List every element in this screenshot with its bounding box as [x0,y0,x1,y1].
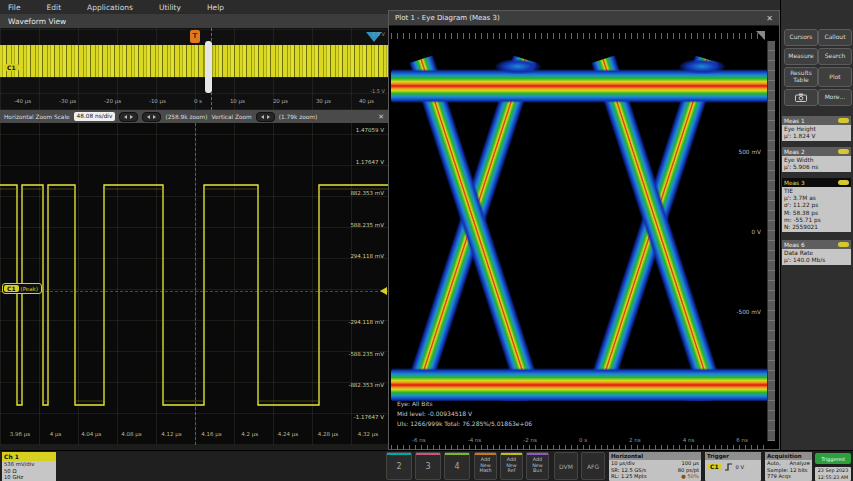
ch2-color-stripe [387,453,411,455]
eye-window-titlebar[interactable]: Plot 1 - Eye Diagram (Meas 3) ✕ [389,11,779,26]
overview-channel-badge[interactable]: C1 [4,64,19,71]
meas6-header[interactable]: Meas 6 [782,240,851,249]
screenshot-button[interactable] [784,89,818,106]
axis-label: 4 μs [50,431,62,440]
afg-button[interactable]: AFG [581,452,605,480]
meas1-badge[interactable]: Meas 1 Eye Height μ': 1.824 V [782,116,851,141]
meas-title: Eye Height [784,126,849,133]
axis-label: -20 μs [104,98,121,107]
channel1-badge[interactable]: Ch 1 536 mV/div 50 Ω 10 GHz [2,452,56,481]
axis-label: -30 μs [59,98,76,107]
plot-button[interactable]: Plot [818,67,852,87]
trigger-panel[interactable]: Trigger C1 0 V [705,452,761,481]
menu-file[interactable]: File [8,3,21,12]
results-table-button[interactable]: Results Table [784,67,818,87]
eye-top-ruler [391,33,769,39]
eye-diagram-plot[interactable] [391,41,769,401]
y-axis-label: -882.353 mV [348,382,384,388]
ch4-color-stripe [445,453,469,455]
v-zoom-factor: (1.79k zoom) [279,114,317,120]
add-new-math-button[interactable]: Add New Math [474,452,497,480]
eye-right-ruler[interactable] [767,41,775,441]
zoom-scale-bar: Horizontal Zoom Scale 48.08 ns/div (258.… [0,110,388,123]
eye-y-axis-label: 0 V [752,229,762,235]
channel2-button[interactable]: 2 [386,452,412,480]
dvm-label: DVM [559,463,573,470]
zoom-close-button[interactable]: ✕ [378,113,384,121]
acquisition-panel[interactable]: Acquisition Auto, Analyze Sample: 12 bit… [765,452,812,481]
eye-y-axis-label: 500 mV [738,149,761,155]
zoomed-waveform-view[interactable]: C1 (Peak) 1.47059 V 1.17647 V 882.353 mV… [0,123,388,445]
menu-edit[interactable]: Edit [47,3,62,12]
y-axis-label: -588.235 mV [348,351,384,357]
waveform-view-header: Waveform View [0,14,396,29]
meas2-badge[interactable]: Meas 2 Eye Width μ': 5.906 ns [782,147,851,172]
axis-label: -4 ns [468,437,482,443]
v-zoom-step-buttons[interactable] [256,112,275,122]
meas-value: m: -55.71 ps [784,217,849,224]
meas2-header[interactable]: Meas 2 [782,147,851,156]
more-button[interactable]: More... [818,89,852,106]
meas-value: μ': 3.7M as [784,195,849,202]
meas3-badge[interactable]: Meas 3 TIE μ': 3.7M as σ': 11.22 ps M: 5… [782,178,851,232]
eye-bottom-rail [391,368,769,401]
horizontal-panel[interactable]: Horizontal 10 μs/div SR: 12.5 GS/s RL: 1… [609,452,701,481]
menu-applications[interactable]: Applications [87,3,133,12]
axis-label: 4.12 μs [161,431,181,440]
meas-value: σ': 11.22 ps [784,202,849,209]
h-window: 100 μs [678,460,699,467]
overview-waveform-trace [0,45,388,77]
eye-rail-bump [679,59,725,74]
measure-button[interactable]: Measure [784,48,818,65]
h-zoom-reset-button[interactable] [142,112,161,122]
h-zoom-scale-input[interactable]: 48.08 ns/div [74,112,116,121]
close-icon[interactable]: ✕ [766,14,773,23]
axis-label: -40 μs [14,98,31,107]
channel3-button[interactable]: 3 [415,452,441,480]
trigger-marker-icon[interactable]: T [190,30,200,43]
axis-label: 20 μs [273,98,288,107]
trigger-title: Trigger [705,452,761,460]
h-zoom-factor: (258.9k zoom) [165,114,207,120]
meas-name: Meas 1 [784,118,805,124]
eye-rail-bump [495,59,541,74]
h-resolution: 80 ps/pt [678,467,699,474]
meas1-header[interactable]: Meas 1 [782,116,851,125]
search-button[interactable]: Search [818,48,852,65]
axis-label: 6 ns [736,437,748,443]
resize-handle-icon[interactable] [756,31,765,40]
meas-source-pill [838,149,849,154]
zoom-scrollbar-handle[interactable] [205,41,212,93]
trigger-level: 0 V [736,464,745,471]
axis-label: 4.08 μs [121,431,141,440]
bottom-settings-bar: Ch 1 536 mV/div 50 Ω 10 GHz 2 3 4 Add Ne… [0,450,853,481]
h-position: ● 50% [678,473,699,480]
callout-button[interactable]: Callout [818,29,852,46]
eye-midlevel-line: Mid level: -0.00934518 V [397,409,697,419]
eye-uis-line: UIs: 1266/999k Total: 76.285%/5.01863e+0… [397,419,697,429]
menu-help[interactable]: Help [207,3,224,12]
h-zoom-step-buttons[interactable] [119,112,138,122]
waveform-overview[interactable]: C1 T 1.5 V -1.5 V -40 μs -30 μs -20 μs -… [0,28,388,110]
meas3-header[interactable]: Meas 3 [782,178,851,187]
axis-label: 4.24 μs [278,431,298,440]
meas6-badge[interactable]: Meas 6 Data Rate μ': 140.0 Mb/s [782,240,851,265]
horizontal-title: Horizontal [609,452,701,460]
meas-title: Data Rate [784,250,849,257]
cursors-button[interactable]: Cursors [784,29,818,46]
channel4-button[interactable]: 4 [444,452,470,480]
zoomed-channel-badge[interactable]: C1 (Peak) [2,283,42,294]
menu-utility[interactable]: Utility [159,3,181,12]
eye-x-axis-labels: -6 ns -4 ns -2 ns 0 s 2 ns 4 ns 6 ns [391,437,769,443]
run-status-button[interactable]: Triggered [815,453,851,464]
add-new-ref-button[interactable]: Add New Ref [500,452,523,480]
add-new-bus-button[interactable]: Add New Bus [526,452,549,480]
add-bus-line: Bus [527,468,548,474]
afg-label: AFG [587,463,599,470]
meas-source-pill [838,180,849,185]
ch3-color-stripe [416,453,440,455]
axis-label: 0 s [194,98,202,107]
trigger-source-chip: C1 [707,464,722,471]
dvm-button[interactable]: DVM [554,452,578,480]
ch2-label: 2 [396,462,401,471]
